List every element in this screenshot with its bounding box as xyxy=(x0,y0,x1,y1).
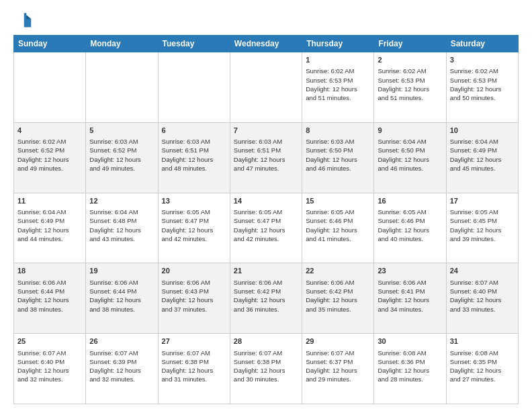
day-number: 8 xyxy=(306,126,370,136)
calendar-week-row: 4Sunrise: 6:02 AM Sunset: 6:52 PM Daylig… xyxy=(14,122,519,193)
day-info: Sunrise: 6:07 AM Sunset: 6:38 PM Dayligh… xyxy=(234,349,298,384)
calendar-header-row: SundayMondayTuesdayWednesdayThursdayFrid… xyxy=(14,36,519,52)
day-info: Sunrise: 6:05 AM Sunset: 6:46 PM Dayligh… xyxy=(306,208,370,243)
day-number: 3 xyxy=(450,55,515,65)
day-number: 9 xyxy=(378,126,442,136)
calendar-cell: 31Sunrise: 6:08 AM Sunset: 6:35 PM Dayli… xyxy=(446,334,518,404)
calendar-day-header: Sunday xyxy=(14,36,86,52)
day-number: 26 xyxy=(89,336,154,347)
day-info: Sunrise: 6:04 AM Sunset: 6:49 PM Dayligh… xyxy=(450,137,515,173)
calendar-cell: 16Sunrise: 6:05 AM Sunset: 6:46 PM Dayli… xyxy=(374,193,446,263)
day-info: Sunrise: 6:05 AM Sunset: 6:47 PM Dayligh… xyxy=(234,208,298,243)
calendar-cell: 17Sunrise: 6:05 AM Sunset: 6:45 PM Dayli… xyxy=(446,193,518,263)
day-number: 14 xyxy=(234,196,298,206)
day-number: 7 xyxy=(234,126,298,136)
day-number: 15 xyxy=(306,196,370,206)
day-number: 13 xyxy=(162,196,226,206)
calendar-cell: 11Sunrise: 6:04 AM Sunset: 6:49 PM Dayli… xyxy=(14,193,86,263)
day-number: 27 xyxy=(162,336,226,347)
day-number: 4 xyxy=(17,126,82,136)
header xyxy=(13,11,519,30)
calendar-week-row: 1Sunrise: 6:02 AM Sunset: 6:53 PM Daylig… xyxy=(14,52,519,123)
calendar-cell: 21Sunrise: 6:06 AM Sunset: 6:42 PM Dayli… xyxy=(230,263,302,334)
calendar-cell: 1Sunrise: 6:02 AM Sunset: 6:53 PM Daylig… xyxy=(302,52,374,123)
calendar-week-row: 11Sunrise: 6:04 AM Sunset: 6:49 PM Dayli… xyxy=(14,193,519,263)
page: SundayMondayTuesdayWednesdayThursdayFrid… xyxy=(0,0,532,411)
day-info: Sunrise: 6:02 AM Sunset: 6:53 PM Dayligh… xyxy=(450,66,515,102)
day-info: Sunrise: 6:07 AM Sunset: 6:40 PM Dayligh… xyxy=(17,349,82,384)
day-info: Sunrise: 6:07 AM Sunset: 6:39 PM Dayligh… xyxy=(89,349,154,384)
day-info: Sunrise: 6:03 AM Sunset: 6:51 PM Dayligh… xyxy=(234,137,298,173)
day-info: Sunrise: 6:06 AM Sunset: 6:42 PM Dayligh… xyxy=(234,278,298,314)
day-info: Sunrise: 6:02 AM Sunset: 6:53 PM Dayligh… xyxy=(306,66,370,102)
calendar-cell: 13Sunrise: 6:05 AM Sunset: 6:47 PM Dayli… xyxy=(158,193,230,263)
day-number: 28 xyxy=(234,336,298,347)
calendar-cell: 6Sunrise: 6:03 AM Sunset: 6:51 PM Daylig… xyxy=(158,122,230,193)
day-info: Sunrise: 6:07 AM Sunset: 6:37 PM Dayligh… xyxy=(306,349,370,384)
calendar-week-row: 18Sunrise: 6:06 AM Sunset: 6:44 PM Dayli… xyxy=(14,263,519,334)
calendar-cell: 28Sunrise: 6:07 AM Sunset: 6:38 PM Dayli… xyxy=(230,334,302,404)
day-number: 2 xyxy=(378,55,442,65)
day-number: 19 xyxy=(89,266,154,276)
logo xyxy=(13,11,35,30)
calendar-cell: 12Sunrise: 6:04 AM Sunset: 6:48 PM Dayli… xyxy=(86,193,158,263)
day-number: 18 xyxy=(17,266,82,276)
calendar-cell: 7Sunrise: 6:03 AM Sunset: 6:51 PM Daylig… xyxy=(230,122,302,193)
calendar-table: SundayMondayTuesdayWednesdayThursdayFrid… xyxy=(13,35,519,404)
day-number: 12 xyxy=(89,196,154,206)
day-number: 24 xyxy=(450,266,515,276)
day-info: Sunrise: 6:08 AM Sunset: 6:35 PM Dayligh… xyxy=(450,349,515,384)
calendar-cell xyxy=(158,52,230,123)
day-number: 16 xyxy=(378,196,442,206)
day-info: Sunrise: 6:05 AM Sunset: 6:45 PM Dayligh… xyxy=(450,208,515,243)
day-number: 10 xyxy=(450,126,515,136)
day-number: 17 xyxy=(450,196,515,206)
day-info: Sunrise: 6:06 AM Sunset: 6:43 PM Dayligh… xyxy=(162,278,226,314)
day-number: 29 xyxy=(306,336,370,347)
day-info: Sunrise: 6:08 AM Sunset: 6:36 PM Dayligh… xyxy=(378,349,442,384)
day-number: 5 xyxy=(89,126,154,136)
day-info: Sunrise: 6:06 AM Sunset: 6:44 PM Dayligh… xyxy=(89,278,154,314)
day-number: 23 xyxy=(378,266,442,276)
calendar-cell xyxy=(230,52,302,123)
calendar-week-row: 25Sunrise: 6:07 AM Sunset: 6:40 PM Dayli… xyxy=(14,334,519,404)
day-info: Sunrise: 6:05 AM Sunset: 6:46 PM Dayligh… xyxy=(378,208,442,243)
day-number: 30 xyxy=(378,336,442,347)
calendar-cell: 10Sunrise: 6:04 AM Sunset: 6:49 PM Dayli… xyxy=(446,122,518,193)
day-number: 21 xyxy=(234,266,298,276)
calendar-cell: 15Sunrise: 6:05 AM Sunset: 6:46 PM Dayli… xyxy=(302,193,374,263)
calendar-day-header: Thursday xyxy=(302,36,374,52)
logo-icon xyxy=(13,11,32,30)
calendar-day-header: Tuesday xyxy=(158,36,230,52)
calendar-day-header: Friday xyxy=(374,36,446,52)
day-number: 11 xyxy=(17,196,82,206)
calendar-cell: 19Sunrise: 6:06 AM Sunset: 6:44 PM Dayli… xyxy=(86,263,158,334)
calendar-cell: 4Sunrise: 6:02 AM Sunset: 6:52 PM Daylig… xyxy=(14,122,86,193)
calendar-day-header: Saturday xyxy=(446,36,518,52)
calendar-cell: 24Sunrise: 6:07 AM Sunset: 6:40 PM Dayli… xyxy=(446,263,518,334)
calendar-cell: 27Sunrise: 6:07 AM Sunset: 6:38 PM Dayli… xyxy=(158,334,230,404)
day-info: Sunrise: 6:04 AM Sunset: 6:49 PM Dayligh… xyxy=(17,208,82,243)
day-info: Sunrise: 6:06 AM Sunset: 6:42 PM Dayligh… xyxy=(306,278,370,314)
calendar-cell: 23Sunrise: 6:06 AM Sunset: 6:41 PM Dayli… xyxy=(374,263,446,334)
day-number: 6 xyxy=(162,126,226,136)
day-number: 25 xyxy=(17,336,82,347)
calendar-cell: 20Sunrise: 6:06 AM Sunset: 6:43 PM Dayli… xyxy=(158,263,230,334)
calendar-cell: 8Sunrise: 6:03 AM Sunset: 6:50 PM Daylig… xyxy=(302,122,374,193)
day-info: Sunrise: 6:04 AM Sunset: 6:48 PM Dayligh… xyxy=(89,208,154,243)
day-number: 22 xyxy=(306,266,370,276)
day-number: 1 xyxy=(306,55,370,65)
calendar-cell: 3Sunrise: 6:02 AM Sunset: 6:53 PM Daylig… xyxy=(446,52,518,123)
calendar-cell: 18Sunrise: 6:06 AM Sunset: 6:44 PM Dayli… xyxy=(14,263,86,334)
calendar-cell xyxy=(86,52,158,123)
calendar-cell xyxy=(14,52,86,123)
calendar-cell: 29Sunrise: 6:07 AM Sunset: 6:37 PM Dayli… xyxy=(302,334,374,404)
day-number: 31 xyxy=(450,336,515,347)
day-number: 20 xyxy=(162,266,226,276)
calendar-cell: 26Sunrise: 6:07 AM Sunset: 6:39 PM Dayli… xyxy=(86,334,158,404)
day-info: Sunrise: 6:02 AM Sunset: 6:53 PM Dayligh… xyxy=(378,66,442,102)
day-info: Sunrise: 6:03 AM Sunset: 6:50 PM Dayligh… xyxy=(306,137,370,173)
calendar-cell: 9Sunrise: 6:04 AM Sunset: 6:50 PM Daylig… xyxy=(374,122,446,193)
day-info: Sunrise: 6:04 AM Sunset: 6:50 PM Dayligh… xyxy=(378,137,442,173)
calendar-cell: 2Sunrise: 6:02 AM Sunset: 6:53 PM Daylig… xyxy=(374,52,446,123)
